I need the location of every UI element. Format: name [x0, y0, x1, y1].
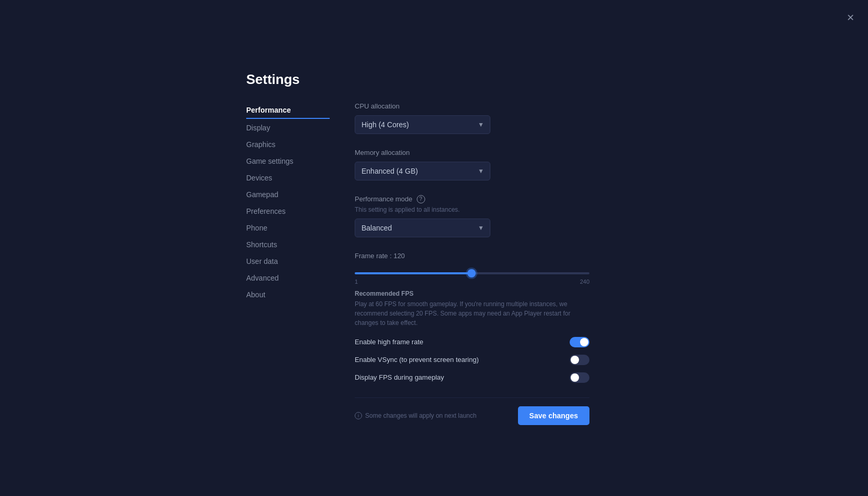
cpu-allocation-section: CPU allocation Low (1 Core)Medium (2 Cor…	[355, 102, 622, 134]
slider-minmax: 1 240	[355, 279, 589, 285]
toggle-knob-vsync	[571, 356, 579, 364]
toggle-label-display-fps: Display FPS during gameplay	[355, 373, 444, 381]
sidebar-item-devices[interactable]: Devices	[246, 170, 330, 186]
frame-rate-label: Frame rate : 120	[355, 252, 622, 260]
memory-allocation-select-wrapper: Low (1 GB)Medium (2 GB)Enhanced (4 GB)Hi…	[355, 162, 490, 180]
settings-body: PerformanceDisplayGraphicsGame settingsD…	[246, 102, 622, 425]
performance-mode-select-wrapper: Power savingBalancedHigh performance ▼	[355, 219, 490, 237]
toggle-row-display-fps: Display FPS during gameplay	[355, 372, 589, 383]
sidebar-item-user-data[interactable]: User data	[246, 253, 330, 269]
sidebar-item-phone[interactable]: Phone	[246, 220, 330, 236]
info-icon: i	[355, 412, 362, 419]
toggle-label-vsync: Enable VSync (to prevent screen tearing)	[355, 356, 479, 364]
toggle-vsync[interactable]	[570, 355, 589, 365]
sidebar-item-game-settings[interactable]: Game settings	[246, 153, 330, 169]
performance-mode-select[interactable]: Power savingBalancedHigh performance	[355, 219, 490, 237]
performance-mode-sublabel: This setting is applied to all instances…	[355, 206, 622, 213]
frame-rate-slider[interactable]	[355, 272, 589, 274]
sidebar-item-shortcuts[interactable]: Shortcuts	[246, 237, 330, 252]
toggle-row-vsync: Enable VSync (to prevent screen tearing)	[355, 355, 589, 365]
cpu-allocation-select[interactable]: Low (1 Core)Medium (2 Cores)High (4 Core…	[355, 115, 490, 134]
toggles-container: Enable high frame rateEnable VSync (to p…	[355, 337, 622, 383]
sidebar-item-preferences[interactable]: Preferences	[246, 203, 330, 219]
toggle-knob-high-frame-rate	[580, 338, 588, 346]
performance-mode-section: Performance mode ? This setting is appli…	[355, 195, 622, 237]
performance-mode-help-icon[interactable]: ?	[417, 195, 425, 203]
save-changes-button[interactable]: Save changes	[518, 406, 589, 425]
footer-note: i Some changes will apply on next launch	[355, 412, 476, 419]
footer-note-text: Some changes will apply on next launch	[365, 412, 476, 419]
toggle-high-frame-rate[interactable]	[570, 337, 589, 347]
toggle-label-high-frame-rate: Enable high frame rate	[355, 338, 424, 346]
toggle-display-fps[interactable]	[570, 372, 589, 383]
cpu-allocation-label: CPU allocation	[355, 102, 622, 110]
toggle-row-high-frame-rate: Enable high frame rate	[355, 337, 589, 347]
content-area: CPU allocation Low (1 Core)Medium (2 Cor…	[355, 102, 622, 425]
recommended-fps-title: Recommended FPS	[355, 290, 622, 297]
slider-max: 240	[580, 279, 589, 285]
memory-allocation-select[interactable]: Low (1 GB)Medium (2 GB)Enhanced (4 GB)Hi…	[355, 162, 490, 180]
memory-allocation-label: Memory allocation	[355, 149, 622, 156]
sidebar-item-graphics[interactable]: Graphics	[246, 137, 330, 152]
sidebar-item-advanced[interactable]: Advanced	[246, 270, 330, 286]
sidebar-item-about[interactable]: About	[246, 287, 330, 303]
sidebar-item-performance[interactable]: Performance	[246, 102, 330, 119]
toggle-knob-display-fps	[571, 373, 579, 382]
frame-rate-section: Frame rate : 120 1 240 Recommended FPS P…	[355, 252, 622, 383]
cpu-allocation-select-wrapper: Low (1 Core)Medium (2 Cores)High (4 Core…	[355, 115, 490, 134]
sidebar-item-gamepad[interactable]: Gamepad	[246, 187, 330, 202]
close-button[interactable]: ✕	[843, 10, 858, 25]
slider-min: 1	[355, 279, 358, 285]
recommended-fps-desc: Play at 60 FPS for smooth gameplay. If y…	[355, 299, 589, 328]
performance-mode-label-text: Performance mode	[355, 195, 413, 203]
memory-allocation-section: Memory allocation Low (1 GB)Medium (2 GB…	[355, 149, 622, 180]
performance-mode-label-row: Performance mode ?	[355, 195, 622, 203]
sidebar: PerformanceDisplayGraphicsGame settingsD…	[246, 102, 330, 425]
sidebar-item-display[interactable]: Display	[246, 120, 330, 136]
settings-container: Settings PerformanceDisplayGraphicsGame …	[246, 71, 622, 425]
footer: i Some changes will apply on next launch…	[355, 397, 589, 425]
page-title: Settings	[246, 71, 622, 88]
